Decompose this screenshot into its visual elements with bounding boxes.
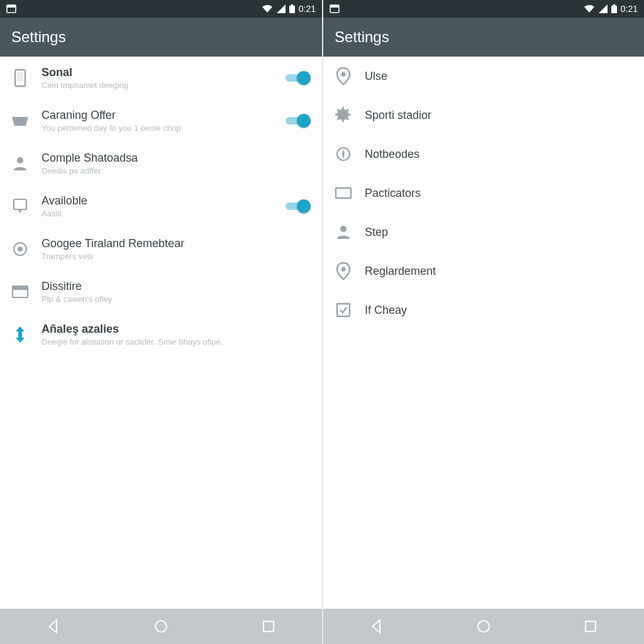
gear-icon	[332, 104, 355, 126]
item-sub: You pertiened day fo you 1 óeole chop	[42, 123, 274, 133]
wifi-icon	[262, 4, 273, 13]
up-down-icon	[9, 323, 31, 346]
item-title: Comple Shatoadsa	[42, 152, 311, 165]
item-sub: Plp & cawen's ofley	[42, 294, 311, 304]
battery-icon	[611, 4, 617, 13]
checkbox-icon	[332, 299, 355, 321]
folder-icon	[9, 109, 31, 132]
svg-rect-18	[613, 4, 615, 6]
settings-item-googee[interactable]: Googee Tiraland Remebtear Trampers vetli	[0, 228, 322, 270]
app-bar: Settings	[323, 18, 644, 57]
svg-rect-14	[264, 621, 274, 631]
settings-list: Ulse Sporti stadior Notbeodes Pacticator…	[323, 57, 644, 609]
item-title: Pacticators	[365, 187, 633, 200]
settings-list: Sonal Cien Impiramet deeging Caraning Of…	[0, 57, 322, 609]
svg-rect-2	[289, 6, 295, 13]
item-title: Step	[365, 226, 633, 239]
item-title: Googee Tiraland Remebtear	[42, 237, 311, 250]
app-indicator-icon	[6, 4, 16, 13]
compass-icon	[332, 143, 355, 165]
nav-bar	[0, 609, 322, 644]
svg-point-23	[341, 267, 346, 272]
settings-item-comple[interactable]: Comple Shatoadsa Deedis ps adffer	[0, 142, 322, 185]
app-bar-title: Settings	[11, 28, 66, 46]
svg-rect-12	[18, 331, 22, 338]
nav-bar	[323, 609, 644, 644]
status-bar: 0:21	[0, 0, 322, 18]
settings-item-dissitire[interactable]: Dissitire Plp & cawen's ofley	[0, 270, 322, 313]
nav-back[interactable]	[28, 614, 79, 639]
settings-item-sonal[interactable]: Sonal Cien Impiramet deeging	[0, 57, 322, 99]
toggle-sonal[interactable]	[284, 70, 311, 86]
settings-item-availoble[interactable]: Availoble Aaslit	[0, 185, 322, 228]
battery-icon	[289, 4, 295, 13]
svg-rect-21	[336, 188, 351, 198]
nav-home[interactable]	[458, 614, 509, 639]
item-title: Sonal	[42, 66, 274, 79]
svg-point-13	[155, 621, 167, 632]
item-title: Availoble	[42, 194, 274, 208]
svg-rect-5	[17, 72, 23, 81]
item-title: If Cheay	[365, 304, 633, 317]
person-icon	[9, 152, 31, 175]
device-icon	[9, 67, 31, 89]
nav-home[interactable]	[136, 614, 186, 639]
settings-item-notbeodes[interactable]: Notbeodes	[323, 135, 644, 174]
rectangle-icon	[332, 182, 355, 204]
item-title: Reglardement	[365, 265, 633, 278]
status-bar: 0:21	[323, 0, 644, 18]
svg-rect-24	[337, 304, 350, 316]
svg-rect-17	[611, 6, 617, 13]
settings-item-step[interactable]: Step	[323, 213, 644, 252]
target-icon	[9, 238, 31, 260]
app-bar: Settings	[0, 18, 322, 57]
location-pin-icon	[332, 260, 355, 282]
svg-point-9	[18, 247, 23, 252]
svg-rect-11	[13, 286, 28, 290]
wifi-icon	[584, 4, 595, 13]
svg-point-22	[340, 226, 347, 232]
nav-recent[interactable]	[565, 614, 616, 639]
svg-rect-3	[291, 4, 293, 6]
settings-item-caraning[interactable]: Caraning Offer You pertiened day fo you …	[0, 99, 322, 142]
status-clock: 0:21	[299, 4, 316, 14]
phone-left: 0:21 Settings Sonal Cien Impiramet deegi…	[0, 0, 322, 644]
svg-rect-7	[14, 199, 26, 209]
settings-item-anales[interactable]: Añaleş azalies Deegle for alstiation or …	[0, 313, 322, 356]
toggle-availoble[interactable]	[284, 199, 311, 214]
item-title: Ulse	[365, 70, 633, 83]
panel-icon	[9, 280, 31, 303]
toggle-caraning[interactable]	[284, 113, 311, 128]
settings-item-ulse[interactable]: Ulse	[323, 57, 644, 96]
app-bar-title: Settings	[335, 28, 389, 46]
settings-item-sporti[interactable]: Sporti stadior	[323, 96, 644, 135]
settings-item-reglardement[interactable]: Reglardement	[323, 252, 644, 291]
item-sub: Deedis ps adffer	[42, 166, 311, 175]
settings-item-pacticators[interactable]: Pacticators	[323, 174, 644, 213]
chat-icon	[9, 195, 31, 218]
phone-right: 0:21 Settings Ulse Sporti stadior	[322, 0, 644, 644]
app-indicator-icon	[330, 4, 340, 13]
item-title: Notbeodes	[365, 148, 633, 161]
location-pin-icon	[332, 65, 355, 87]
cell-signal-icon	[599, 4, 608, 13]
person-icon	[332, 221, 355, 243]
svg-point-25	[478, 621, 489, 632]
item-sub: Deegle for alstiation or saclider. Smie …	[42, 337, 311, 347]
nav-recent[interactable]	[243, 614, 294, 639]
svg-rect-26	[586, 621, 596, 631]
item-title: Caraning Offer	[42, 109, 274, 122]
cell-signal-icon	[277, 4, 286, 13]
item-title: Añaleş azalies	[42, 323, 311, 336]
svg-rect-16	[330, 5, 339, 8]
item-sub: Trampers vetli	[42, 252, 311, 261]
status-clock: 0:21	[621, 4, 638, 14]
svg-rect-1	[7, 5, 16, 8]
item-sub: Aaslit	[42, 209, 274, 218]
nav-back[interactable]	[352, 614, 402, 639]
svg-point-6	[17, 157, 23, 164]
item-title: Sporti stadior	[365, 109, 633, 122]
item-title: Dissitire	[42, 280, 311, 293]
svg-point-19	[341, 72, 346, 77]
settings-item-ifcheay[interactable]: If Cheay	[323, 291, 644, 330]
